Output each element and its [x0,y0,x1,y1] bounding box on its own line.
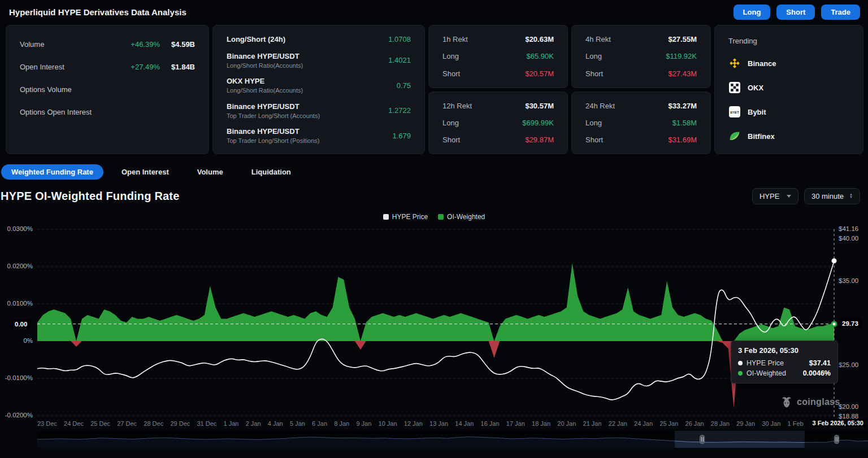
coinglass-wordmark: coinglass [797,397,840,407]
funding-axis-tick: 0.0100% [0,300,33,307]
x-axis-tick: 22 Jan [609,420,627,427]
trending-item-bitfinex[interactable]: Bitfinex [728,130,849,142]
x-axis-tick: 21 Jan [583,420,602,427]
price-axis-tick: $20.00 [839,403,858,410]
price-axis-tick: $40.00 [839,235,858,242]
x-axis-tick: 10 Jan [379,420,397,427]
tooltip-series-label: HYPE Price [747,359,805,367]
tooltip-series-dot [738,371,743,376]
trending-item-binance[interactable]: Binance [728,57,849,69]
funding-rate-chart-area: HYPE PriceOI-Weighted 0.0300%0.0200%0.01… [0,210,868,458]
navigator-right-handle[interactable] [834,435,839,444]
stat-value: $1.84B [160,63,195,71]
ratio-row: Long/Short (24h)1.0708 [227,35,411,43]
ratio-row: Binance HYPE/USDTTop Trader Long/Short (… [227,102,411,119]
crosshair-date-label: 3 Feb 2026, 05:30 [809,419,866,427]
tab-volume[interactable]: Volume [187,164,233,180]
ratio-subtitle: Long/Short Ratio(Accounts) [227,87,397,94]
symbol-select[interactable]: HYPE [752,188,798,204]
stat-change: +46.39% [120,40,160,49]
rekt-long-label: Long [442,119,459,127]
ratio-subtitle: Top Trader Long/Short (Accounts) [227,112,388,119]
rekt-long-label: Long [442,52,459,60]
rekt-total-value: $27.55M [668,35,697,43]
x-axis-tick: 20 Jan [557,420,576,427]
rekt-total-row: 4h Rekt$27.55M [585,35,697,43]
stat-row: Open Interest+27.49%$1.84B [20,63,195,71]
oi-weighted-area-negative [37,341,834,408]
ratio-value: 1.0708 [388,35,411,43]
rekt-title: 1h Rekt [442,35,468,43]
price-last-point-dot [832,258,837,263]
rekt-total-row: 24h Rekt$33.27M [585,102,697,110]
trending-exchange-name: Bybit [748,108,766,116]
funding-axis-tick: -0.0100% [0,374,33,381]
funding-rate-chart-canvas[interactable] [0,224,868,450]
ratio-value: 1.2722 [388,106,411,115]
x-axis-tick: 12 Jan [404,420,423,427]
legend-swatch [438,214,444,220]
rekt-short-label: Short [442,136,460,144]
navigator-selected-window[interactable] [675,431,805,448]
x-axis-tick: 1 Jan [224,420,239,427]
top-actions: LongShortTrade [734,5,860,20]
trade-button[interactable]: Trade [821,5,860,20]
x-axis-tick: 9 Jan [356,420,371,427]
rekt-long-value: $1.58M [672,119,697,127]
rekt-long-label: Long [585,119,602,127]
tab-open-interest[interactable]: Open Interest [111,164,179,180]
up-down-stepper-icon: ▲▼ [849,193,853,199]
legend-item-hype-price[interactable]: HYPE Price [383,213,428,221]
ratio-value: 1.679 [392,132,411,140]
ratio-titles: Long/Short (24h) [227,35,388,43]
x-axis-tick: 2 Jan [246,420,261,427]
ratio-value: 0.75 [397,81,411,90]
trending-item-bybit[interactable]: BYBITBybit [728,106,849,118]
trending-item-okx[interactable]: OKX [728,81,849,94]
rekt-long-row: Long$1.58M [585,119,697,127]
oi-weighted-last-point-dot [832,322,836,326]
price-axis-tick: $35.00 [839,277,858,284]
tooltip-series-value: 0.0046% [803,369,831,377]
rekt-short-value: $29.87M [525,136,554,144]
navigator-left-handle[interactable] [700,435,705,444]
ratio-row: OKX HYPELong/Short Ratio(Accounts)0.75 [227,77,411,94]
top-bar: Hyperliquid HYPE Derivatives Data Analys… [0,0,868,24]
trending-title: Trending [728,37,849,45]
tooltip-series-value: $37.41 [809,359,831,367]
rekt-card: 12h Rekt$30.57MLong$699.99KShort$29.87M [428,91,568,155]
long-button[interactable]: Long [734,5,771,20]
coinglass-bull-icon [780,396,793,408]
short-button[interactable]: Short [776,5,815,20]
tab-liquidation[interactable]: Liquidation [241,164,301,180]
ratio-row: Binance HYPE/USDTLong/Short Ratio(Accoun… [227,52,411,69]
x-axis-tick: 24 Jan [634,420,653,427]
interval-select[interactable]: 30 minute ▲▼ [804,188,860,204]
x-axis-tick: 27 Dec [117,420,137,427]
ratio-title: Binance HYPE/USDT [227,52,388,60]
interval-select-value: 30 minute [811,192,844,200]
stat-label: Volume [20,40,120,49]
last-price-badge: 29.73 [839,319,862,328]
rekt-card: 4h Rekt$27.55MLong$119.92KShort$27.43M [571,25,711,88]
tab-weighted-funding-rate[interactable]: Weighted Funding Rate [1,164,103,180]
rekt-total-value: $20.63M [525,35,554,43]
legend-item-oi-weighted[interactable]: OI-Weighted [438,213,485,221]
ratio-title: OKX HYPE [227,77,397,85]
x-axis-tick: 28 Dec [144,420,163,427]
long-short-ratios-card: Long/Short (24h)1.0708Binance HYPE/USDTL… [212,25,425,154]
tooltip-row: OI-Weighted0.0046% [738,369,831,377]
svg-text:BYBIT: BYBIT [730,111,739,114]
x-axis-tick: 6 Jan [312,420,327,427]
rekt-short-row: Short$27.43M [585,69,697,78]
stat-value: $4.59B [160,40,195,49]
rekt-card: 1h Rekt$20.63MLong$65.90KShort$20.57M [428,25,568,88]
rekt-short-value: $20.57M [525,69,554,78]
x-axis-tick: 25 Jan [659,420,678,427]
x-axis-tick: 26 Jan [685,420,704,427]
ratio-title: Binance HYPE/USDT [227,102,388,111]
x-axis-tick: 28 Jan [711,420,730,427]
summary-cards-row: Volume+46.39%$4.59BOpen Interest+27.49%$… [0,24,868,154]
trending-card: Trending BinanceOKXBYBITBybitBitfinex [714,25,863,154]
x-axis-tick: 23 Dec [37,420,57,427]
